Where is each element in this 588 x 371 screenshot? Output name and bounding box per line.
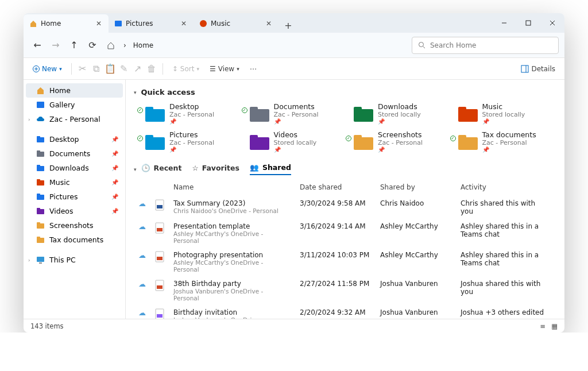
file-name: Photography presentation	[173, 251, 291, 259]
forward-button[interactable]: →	[48, 37, 64, 53]
quick-access-header[interactable]: ▾ Quick access	[134, 88, 553, 96]
svg-rect-51	[157, 285, 163, 289]
up-button[interactable]: ↑	[66, 37, 82, 53]
quick-screenshots[interactable]: ✓ ScreenshotsZac - Personal📌	[354, 130, 449, 153]
svg-rect-10	[37, 137, 44, 142]
date-shared: 3/16/2024 9:14 AM	[295, 219, 376, 248]
nav-tax-documents[interactable]: Tax documents	[26, 233, 123, 247]
tab-pictures[interactable]: Pictures ✕	[109, 14, 194, 33]
pictures-icon	[114, 20, 122, 28]
rename-button[interactable]: ✎	[119, 64, 129, 74]
nav-pane: Home Gallery › Zac - Personal Desktop📌Do…	[24, 80, 126, 319]
svg-rect-22	[37, 223, 44, 229]
quick-videos[interactable]: VideosStored locally📌	[250, 130, 345, 153]
list-view-toggle[interactable]: ≡	[540, 322, 546, 330]
shared-section-header[interactable]: ▾ 🕒 Recent ☆ Favorites 👥 Shared	[134, 163, 553, 175]
delete-button[interactable]: 🗑	[146, 64, 157, 74]
col-name[interactable]: Name	[169, 181, 295, 196]
nav-label: Gallery	[49, 101, 118, 109]
nav-personal[interactable]: › Zac - Personal	[26, 112, 123, 126]
details-pane-button[interactable]: Details	[517, 64, 559, 74]
col-activity[interactable]: Activity	[456, 181, 553, 196]
new-button[interactable]: New ▾	[29, 64, 65, 74]
nav-downloads[interactable]: Downloads📌	[26, 161, 123, 175]
nav-label: Downloads	[49, 164, 107, 172]
sync-badge: ✓	[137, 107, 143, 113]
table-row[interactable]: ☁ 38th Birthday partyJoshua Vanburen's O…	[134, 276, 553, 305]
table-row[interactable]: ☁ Birthday invitationJoshua Vanburen's O…	[134, 305, 553, 319]
quick-music[interactable]: MusicStored locally📌	[458, 102, 554, 125]
nav-this-pc[interactable]: › This PC	[26, 253, 123, 267]
quick-label: Pictures	[169, 130, 214, 139]
svg-rect-38	[250, 137, 269, 150]
quick-label: Screenshots	[378, 130, 423, 139]
section-title: Quick access	[141, 88, 195, 96]
tab-home[interactable]: Home ✕	[24, 14, 109, 33]
cut-button[interactable]: ✂	[78, 64, 88, 74]
quick-tax-documents[interactable]: ✓ Tax documentsZac - Personal📌	[458, 130, 554, 153]
close-icon[interactable]: ✕	[265, 20, 273, 28]
copy-button[interactable]: ⧉	[91, 64, 102, 74]
nav-videos[interactable]: Videos📌	[26, 204, 123, 218]
status-bar: 143 items ≡ ▦	[24, 319, 564, 333]
view-button[interactable]: ☰ View ▾	[206, 64, 243, 74]
breadcrumb[interactable]: Home	[131, 41, 156, 49]
nav-home[interactable]: Home	[26, 83, 123, 98]
quick-documents[interactable]: ✓ DocumentsZac - Personal📌	[250, 102, 345, 125]
tile-view-toggle[interactable]: ▦	[551, 322, 558, 330]
home-chip[interactable]	[103, 37, 119, 53]
nav-desktop[interactable]: Desktop📌	[26, 132, 123, 146]
tab-shared[interactable]: 👥 Shared	[250, 163, 291, 175]
pin-icon: 📌	[169, 146, 214, 153]
close-icon[interactable]: ✕	[180, 20, 188, 28]
folder-icon	[458, 134, 478, 150]
home-icon	[29, 20, 37, 28]
minimize-button[interactable]	[492, 13, 516, 33]
more-button[interactable]: ⋯	[246, 64, 260, 74]
back-button[interactable]: ←	[29, 37, 45, 53]
quick-downloads[interactable]: DownloadsStored locally📌	[354, 102, 449, 125]
nav-label: Home	[49, 86, 118, 95]
sync-badge: ✓	[242, 107, 247, 113]
svg-rect-36	[145, 137, 165, 150]
nav-gallery[interactable]: Gallery	[26, 98, 123, 112]
chevron-down-icon: ▾	[59, 66, 62, 72]
svg-rect-41	[354, 135, 362, 139]
chevron-right-icon: ›	[28, 257, 30, 263]
activity: Chris shared this with you	[456, 196, 553, 219]
nav-music[interactable]: Music📌	[26, 175, 123, 190]
col-date[interactable]: Date shared	[295, 181, 376, 196]
home-icon	[107, 41, 115, 49]
table-row[interactable]: ☁ Photography presentationAshley McCarth…	[134, 248, 553, 276]
maximize-button[interactable]	[516, 13, 540, 33]
share-button[interactable]: ↗	[133, 64, 143, 74]
tab-recent[interactable]: 🕒 Recent	[141, 164, 182, 175]
folder-icon	[36, 149, 45, 158]
chevron-right-icon: ›	[28, 117, 30, 122]
quick-sub: Zac - Personal	[274, 111, 319, 118]
close-icon[interactable]: ✕	[95, 20, 103, 28]
folder-icon	[36, 164, 45, 172]
col-by[interactable]: Shared by	[376, 181, 456, 196]
new-tab-button[interactable]: +	[281, 18, 296, 33]
nav-pictures[interactable]: Pictures📌	[26, 190, 123, 204]
nav-screenshots[interactable]: Screenshots	[26, 218, 123, 233]
svg-rect-53	[157, 314, 163, 318]
nav-documents[interactable]: Documents📌	[26, 146, 123, 161]
svg-rect-43	[458, 135, 466, 139]
table-row[interactable]: ☁ Presentation templateAshley McCarthy's…	[134, 219, 553, 248]
view-icon: ☰	[210, 65, 216, 73]
quick-desktop[interactable]: ✓ DesktopZac - Personal📌	[145, 102, 241, 125]
sort-button[interactable]: ↕ Sort ▾	[169, 64, 203, 74]
shared-by: Joshua Vanburen	[376, 276, 456, 305]
folder-icon	[36, 178, 45, 187]
paste-button[interactable]: 📋	[105, 64, 115, 74]
close-button[interactable]	[540, 13, 564, 33]
tab-favorites[interactable]: ☆ Favorites	[192, 164, 239, 175]
search-input[interactable]: Search Home	[412, 37, 559, 54]
refresh-button[interactable]: ⟳	[84, 37, 100, 53]
quick-pictures[interactable]: ✓ PicturesZac - Personal📌	[145, 130, 241, 153]
quick-sub: Zac - Personal	[169, 139, 214, 146]
tab-music[interactable]: Music ✕	[194, 14, 278, 33]
table-row[interactable]: ☁ Tax Summary (2023)Chris Naidoo's OneDr…	[134, 196, 553, 219]
